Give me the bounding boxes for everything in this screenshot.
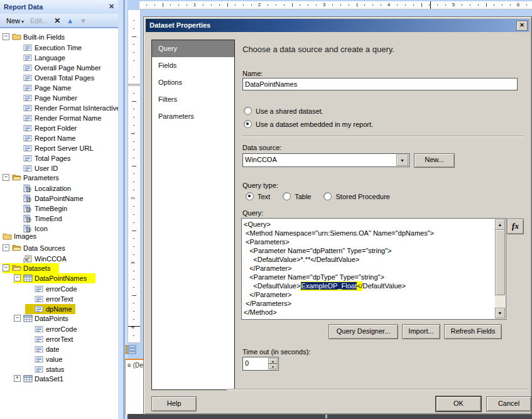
tree-item-errorcode[interactable]: errorCode [0,281,119,291]
scrollbar[interactable]: ▲ ▼ [495,219,505,318]
design-surface-bottom [128,414,532,419]
collapse-icon[interactable]: − [14,315,21,322]
tree-item-parameters[interactable]: −Parameters [0,171,119,181]
radio-icon[interactable] [244,107,252,115]
move-down-icon[interactable]: ▼ [77,17,90,24]
dialog-nav-query[interactable]: Query [152,40,234,57]
tree-item-data-sources[interactable]: −Data Sources [0,241,119,251]
radio-icon[interactable] [283,192,291,200]
query-label: Query: [242,209,263,217]
tree-item-localization[interactable]: @Localization [0,181,119,191]
tree-item-value[interactable]: value [0,352,119,362]
tree-item-images[interactable]: Images [0,231,119,241]
tree-item-timeend[interactable]: @TimeEnd [0,211,119,221]
tree-item-page-number[interactable]: Page Number [0,90,119,101]
dialog-nav-options[interactable]: Options [152,74,234,91]
tree-item-datapointnames[interactable]: −DataPointNames [0,271,119,281]
chevron-down-icon[interactable]: ▼ [396,155,408,166]
tree-item-overall-page-number[interactable]: Overall Page Number [0,60,119,70]
datasource-combobox[interactable]: WinCCOA ▼ [242,153,410,167]
timeout-spinner[interactable]: 0 ▲ ▼ [242,357,279,371]
spin-up-icon[interactable]: ▲ [268,358,278,364]
report-data-panel: Report Data ✕ New▾ Edit... ✕ ▲ ▼ −Built-… [0,0,120,419]
tree-item-render-format-isinteractive[interactable]: Render Format IsInteractive [0,101,119,111]
import-button[interactable]: Import... [402,324,440,339]
dialog-heading: Choose a data source and create a query. [242,45,394,54]
collapse-icon[interactable]: − [3,174,9,181]
query-textarea[interactable]: <Query> <Method Namespace="urn:Siemens.O… [241,218,506,320]
collapse-icon[interactable]: − [14,275,21,281]
spin-down-icon[interactable]: ▼ [268,364,278,369]
tree-item-datapointname[interactable]: @DataPointName [0,191,119,201]
dialog-titlebar[interactable]: Dataset Properties ✕ [146,19,529,32]
close-icon[interactable]: ✕ [107,2,116,11]
collapse-icon[interactable]: − [3,33,9,40]
tree-item-overall-total-pages[interactable]: Overall Total Pages [0,70,119,80]
querytype-stored-procedure[interactable]: Stored Procedure [323,192,389,200]
shared-dataset-radio[interactable]: Use a shared dataset. [244,107,323,115]
scroll-down-icon[interactable]: ▼ [495,308,505,318]
radio-icon[interactable] [246,192,254,200]
tree-item-report-name[interactable]: Report Name [0,131,119,141]
querytype-table[interactable]: Table [283,192,311,200]
datasource-label: Data source: [242,144,281,151]
tree-item-errortext[interactable]: errorText [0,291,119,302]
tree-item-dpname[interactable]: dpName [0,302,119,312]
move-up-icon[interactable]: ▲ [63,17,77,24]
tree-item-language[interactable]: Language [0,50,119,60]
dataset-icon [23,275,33,282]
query-designer-button[interactable]: Query Designer... [328,324,398,339]
edit-button[interactable]: Edit... [27,17,51,24]
delete-icon[interactable]: ✕ [51,16,63,25]
tree-item-total-pages[interactable]: Total Pages [0,151,119,161]
scroll-up-icon[interactable]: ▲ [495,219,505,230]
dialog-nav-fields[interactable]: Fields [152,57,234,74]
name-input[interactable]: DataPointNames [242,78,518,90]
tree-item-built-in-fields[interactable]: −Built-in Fields [0,30,119,40]
dialog-nav-parameters[interactable]: Parameters [152,108,234,125]
collapse-icon[interactable]: − [3,264,9,271]
panel-splitter[interactable] [118,0,128,419]
dataset-icon [23,375,33,383]
new-button[interactable]: New▾ [3,17,27,24]
new-datasource-button[interactable]: New... [414,153,455,168]
collapse-icon[interactable]: − [3,244,9,251]
dataset-properties-dialog: Dataset Properties ✕ QueryFieldsOptionsF… [143,16,532,415]
tree-item-report-folder[interactable]: Report Folder [0,121,119,131]
splitter-handle[interactable] [325,415,327,418]
divider [227,389,528,390]
row-groups-pane[interactable]: ≡ (De [125,359,144,415]
vertical-ruler: 1234 [128,10,141,343]
querytype-text[interactable]: Text [246,192,270,200]
tree-item-winccoa[interactable]: WinCCOA [0,251,119,261]
panel-toolbar: New▾ Edit... ✕ ▲ ▼ [0,14,119,28]
name-label: Name: [242,70,263,77]
close-icon[interactable]: ✕ [516,21,528,31]
tree-item-page-name[interactable]: Page Name [0,80,119,90]
dialog-nav-filters[interactable]: Filters [152,91,234,108]
dataset-icon [23,315,33,322]
tree-item-timebegin[interactable]: @TimeBegin [0,201,119,211]
cancel-button[interactable]: Cancel [486,396,531,411]
refresh-fields-button[interactable]: Refresh Fields [444,324,502,339]
tree-item-status[interactable]: status [0,362,119,372]
expression-button[interactable]: fx [507,219,524,234]
help-button[interactable]: Help [151,396,197,411]
tree-item-report-server-url[interactable]: Report Server URL [0,141,119,151]
radio-icon[interactable] [244,120,252,128]
radio-icon[interactable] [323,192,332,200]
expand-icon[interactable]: + [14,375,21,382]
embedded-dataset-radio[interactable]: Use a dataset embedded in my report. [244,120,373,128]
ruler-cursor [128,326,140,327]
group-row-label: (De [133,362,143,369]
scrollbar-thumb[interactable] [495,229,505,295]
tree-item-dataset1[interactable]: +DataSet1 [0,372,119,382]
dialog-nav: QueryFieldsOptionsFiltersParameters [151,40,235,390]
ok-button[interactable]: OK [436,396,481,411]
tree-item-errortext[interactable]: errorText [0,332,119,342]
tree-item-errorcode[interactable]: errorCode [0,322,119,332]
tree-item-execution-time[interactable]: Execution Time [0,40,119,50]
tree-item-datapoints[interactable]: −DataPoints [0,312,119,322]
group-row-icon: ≡ [128,362,131,369]
grouping-pane-icon[interactable] [125,344,136,356]
